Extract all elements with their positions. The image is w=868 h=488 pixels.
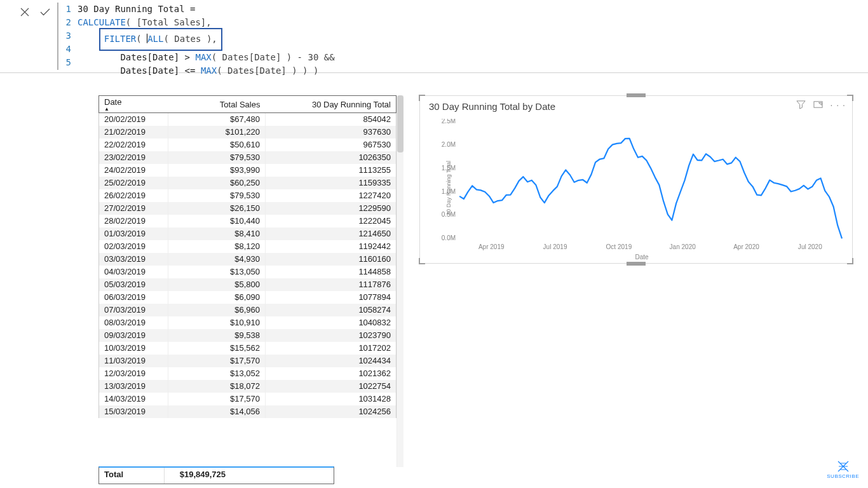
svg-text:Jul 2019: Jul 2019 bbox=[543, 243, 567, 250]
chart-visual[interactable]: 30 Day Running Total by Date · · · 30 Da… bbox=[419, 95, 853, 264]
sort-asc-icon: ▲ bbox=[104, 107, 163, 111]
svg-text:Apr 2020: Apr 2020 bbox=[733, 243, 759, 250]
selection-corner-bl[interactable] bbox=[419, 258, 425, 264]
table-row[interactable]: 20/02/2019$67,480854042 bbox=[99, 113, 397, 126]
formula-code[interactable]: 30 Day Running Total = CALCULATE( [Total… bbox=[74, 3, 335, 70]
x-axis-label: Date bbox=[635, 254, 648, 261]
selection-corner-br[interactable] bbox=[847, 258, 853, 264]
table-row[interactable]: 13/03/2019$18,0721022754 bbox=[99, 380, 397, 393]
line-series bbox=[459, 139, 842, 238]
svg-text:Oct 2019: Oct 2019 bbox=[606, 243, 632, 250]
table-row[interactable]: 12/03/2019$13,0521021362 bbox=[99, 367, 397, 380]
table-scrollbar[interactable] bbox=[397, 95, 403, 467]
table-row[interactable]: 06/03/2019$6,0901077894 bbox=[99, 291, 397, 304]
selection-corner-tr[interactable] bbox=[847, 95, 853, 101]
table-row[interactable]: 22/02/2019$50,610967530 bbox=[99, 139, 397, 151]
chart-svg: 0.0M0.5M1.0M1.5M2.0M2.5M Apr 2019Jul 201… bbox=[438, 119, 846, 257]
table-total-row: Total $19,849,725 bbox=[98, 466, 334, 484]
chart-plot-area: 30 Day Running Total Date 0.0M0.5M1.0M1.… bbox=[438, 119, 846, 257]
table-row[interactable]: 07/03/2019$6,9601058274 bbox=[99, 304, 397, 316]
table-row[interactable]: 15/03/2019$14,0561024256 bbox=[99, 405, 397, 418]
commit-button[interactable] bbox=[37, 5, 53, 19]
measure-name: 30 Day Running Total = bbox=[78, 4, 195, 14]
svg-text:Jan 2020: Jan 2020 bbox=[670, 243, 696, 250]
cancel-button[interactable] bbox=[17, 5, 33, 19]
svg-text:2.5M: 2.5M bbox=[442, 119, 456, 125]
table-row[interactable]: 21/02/2019$101,220937630 bbox=[99, 126, 397, 139]
svg-text:2.0M: 2.0M bbox=[442, 141, 456, 148]
selection-handle-top[interactable] bbox=[627, 93, 646, 97]
close-icon bbox=[20, 7, 30, 17]
table-row[interactable]: 01/03/2019$8,4101214650 bbox=[99, 227, 397, 240]
table-row[interactable]: 02/03/2019$8,1201192442 bbox=[99, 240, 397, 253]
line-gutter: 1 2 3 4 5 bbox=[58, 3, 74, 70]
table-row[interactable]: 23/02/2019$79,5301026350 bbox=[99, 151, 397, 164]
formula-editor[interactable]: 1 2 3 4 5 30 Day Running Total = CALCULA… bbox=[57, 3, 335, 70]
focus-mode-icon[interactable] bbox=[813, 100, 823, 112]
formula-bar: 1 2 3 4 5 30 Day Running Total = CALCULA… bbox=[0, 0, 868, 73]
table-row[interactable]: 24/02/2019$93,9901113255 bbox=[99, 164, 397, 177]
report-canvas[interactable]: Date▲ Total Sales 30 Day Running Total 2… bbox=[0, 76, 868, 488]
table-row[interactable]: 10/03/2019$15,5621017202 bbox=[99, 342, 397, 355]
filter-icon[interactable] bbox=[796, 100, 806, 112]
more-options-icon[interactable]: · · · bbox=[831, 100, 846, 112]
highlighted-filter-clause: FILTER( ALL( Dates ), bbox=[99, 28, 222, 51]
table-row[interactable]: 09/03/2019$9,5381023790 bbox=[99, 329, 397, 342]
table-row[interactable]: 08/03/2019$10,9101040832 bbox=[99, 316, 397, 329]
table-row[interactable]: 26/02/2019$79,5301227420 bbox=[99, 189, 397, 202]
selection-corner-tl[interactable] bbox=[419, 95, 425, 101]
total-label: Total bbox=[99, 468, 165, 484]
table-row[interactable]: 25/02/2019$60,2501159335 bbox=[99, 177, 397, 189]
table-header-row: Date▲ Total Sales 30 Day Running Total bbox=[99, 96, 397, 113]
header-running-total[interactable]: 30 Day Running Total bbox=[265, 96, 396, 113]
svg-text:Jul 2020: Jul 2020 bbox=[798, 243, 822, 250]
table-row[interactable]: 14/03/2019$17,5701031428 bbox=[99, 393, 397, 405]
table-row[interactable]: 04/03/2019$13,0501144858 bbox=[99, 266, 397, 278]
check-icon bbox=[39, 7, 51, 17]
subscribe-watermark: SUBSCRIBE bbox=[827, 460, 859, 479]
y-axis-label: 30 Day Running Total bbox=[445, 161, 452, 215]
header-total-sales[interactable]: Total Sales bbox=[168, 96, 266, 113]
table-row[interactable]: 27/02/2019$26,1501229590 bbox=[99, 202, 397, 215]
svg-text:Apr 2019: Apr 2019 bbox=[478, 243, 505, 250]
chart-title: 30 Day Running Total by Date bbox=[429, 101, 555, 112]
table-row[interactable]: 05/03/2019$5,8001117876 bbox=[99, 278, 397, 291]
selection-handle-bottom[interactable] bbox=[627, 262, 646, 266]
table-visual[interactable]: Date▲ Total Sales 30 Day Running Total 2… bbox=[98, 95, 397, 467]
dna-icon bbox=[836, 460, 850, 473]
table-scrollbar-thumb[interactable] bbox=[397, 95, 403, 152]
table-row[interactable]: 11/03/2019$17,5701024434 bbox=[99, 355, 397, 367]
table-row[interactable]: 28/02/2019$10,4401222045 bbox=[99, 215, 397, 227]
header-date[interactable]: Date▲ bbox=[99, 96, 168, 113]
svg-text:0.0M: 0.0M bbox=[442, 234, 456, 241]
total-value: $19,849,725 bbox=[165, 468, 231, 484]
data-table: Date▲ Total Sales 30 Day Running Total 2… bbox=[98, 95, 397, 418]
table-row[interactable]: 03/03/2019$4,9301160160 bbox=[99, 253, 397, 266]
